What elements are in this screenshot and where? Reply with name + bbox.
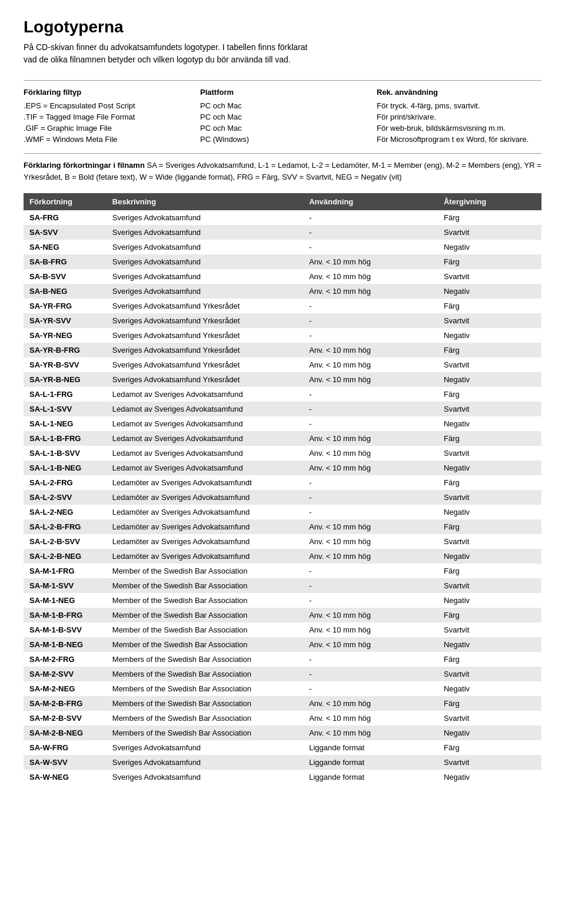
cell-atergivning-32: Negativ	[438, 681, 541, 696]
cell-beskrivning-25: Member of the Swedish Bar Association	[107, 578, 303, 593]
info-row-3-col1: .WMF = Windows Meta File	[24, 135, 188, 144]
cell-atergivning-20: Negativ	[438, 505, 541, 519]
cell-forkortning-17: SA-L-1-B-NEG	[24, 461, 107, 475]
table-row: SA-M-1-B-SVVMember of the Swedish Bar As…	[24, 622, 541, 637]
cell-anvandning-5: Anv. < 10 mm hög	[303, 284, 438, 299]
cell-forkortning-11: SA-YR-B-NEG	[24, 372, 107, 387]
cell-atergivning-9: Färg	[438, 343, 541, 357]
cell-beskrivning-5: Sveriges Advokatsamfund	[107, 284, 303, 299]
cell-atergivning-17: Negativ	[438, 461, 541, 475]
cell-beskrivning-17: Ledamot av Sveriges Advokatsamfund	[107, 461, 303, 475]
cell-forkortning-5: SA-B-NEG	[24, 284, 107, 299]
table-row: SA-M-1-FRGMember of the Swedish Bar Asso…	[24, 564, 541, 578]
info-col-header-2: Rek. användning	[377, 88, 541, 97]
cell-forkortning-29: SA-M-1-B-NEG	[24, 637, 107, 652]
cell-anvandning-21: Anv. < 10 mm hög	[303, 519, 438, 534]
cell-anvandning-31: -	[303, 667, 438, 681]
table-row: SA-W-SVVSveriges AdvokatsamfundLiggande …	[24, 755, 541, 770]
info-row-2-col2: PC och Mac	[200, 124, 365, 133]
cell-forkortning-9: SA-YR-B-FRG	[24, 343, 107, 357]
cell-forkortning-15: SA-L-1-B-FRG	[24, 431, 107, 446]
page-subtitle: På CD-skivan finner du advokatsamfundets…	[24, 41, 541, 66]
cell-anvandning-30: -	[303, 652, 438, 667]
cell-forkortning-0: SA-FRG	[24, 210, 107, 225]
cell-atergivning-29: Negativ	[438, 637, 541, 652]
cell-anvandning-2: -	[303, 240, 438, 254]
cell-anvandning-34: Anv. < 10 mm hög	[303, 711, 438, 726]
info-row-0-col2: PC och Mac	[200, 101, 365, 110]
page-title: Logotyperna	[24, 18, 541, 37]
cell-forkortning-12: SA-L-1-FRG	[24, 387, 107, 402]
table-row: SA-L-2-B-FRGLedamöter av Sveriges Advoka…	[24, 519, 541, 534]
cell-anvandning-14: -	[303, 416, 438, 431]
cell-anvandning-23: Anv. < 10 mm hög	[303, 549, 438, 564]
cell-anvandning-6: -	[303, 299, 438, 313]
cell-forkortning-37: SA-W-SVV	[24, 755, 107, 770]
cell-beskrivning-18: Ledamöter av Sveriges Advokatsamfundt	[107, 475, 303, 490]
cell-atergivning-14: Negativ	[438, 416, 541, 431]
header-beskrivning: Beskrivning	[107, 193, 303, 210]
cell-atergivning-24: Färg	[438, 564, 541, 578]
cell-anvandning-7: -	[303, 313, 438, 328]
cell-beskrivning-30: Members of the Swedish Bar Association	[107, 652, 303, 667]
cell-anvandning-27: Anv. < 10 mm hög	[303, 608, 438, 622]
table-row: SA-YR-SVVSveriges Advokatsamfund Yrkesrå…	[24, 313, 541, 328]
cell-forkortning-33: SA-M-2-B-FRG	[24, 696, 107, 711]
cell-beskrivning-12: Ledamot av Sveriges Advokatsamfund	[107, 387, 303, 402]
cell-anvandning-17: Anv. < 10 mm hög	[303, 461, 438, 475]
cell-anvandning-8: -	[303, 328, 438, 343]
cell-atergivning-23: Negativ	[438, 549, 541, 564]
table-row: SA-M-2-B-FRGMembers of the Swedish Bar A…	[24, 696, 541, 711]
cell-forkortning-22: SA-L-2-B-SVV	[24, 534, 107, 549]
cell-forkortning-27: SA-M-1-B-FRG	[24, 608, 107, 622]
cell-atergivning-31: Svartvit	[438, 667, 541, 681]
cell-atergivning-27: Färg	[438, 608, 541, 622]
cell-atergivning-3: Färg	[438, 254, 541, 269]
cell-anvandning-38: Liggande format	[303, 770, 438, 784]
info-col-header-0: Förklaring filtyp	[24, 88, 188, 97]
cell-beskrivning-8: Sveriges Advokatsamfund Yrkesrådet	[107, 328, 303, 343]
cell-anvandning-36: Liggande format	[303, 740, 438, 755]
cell-atergivning-26: Negativ	[438, 593, 541, 608]
cell-forkortning-38: SA-W-NEG	[24, 770, 107, 784]
cell-atergivning-5: Negativ	[438, 284, 541, 299]
table-row: SA-M-1-NEGMember of the Swedish Bar Asso…	[24, 593, 541, 608]
table-row: SA-M-2-FRGMembers of the Swedish Bar Ass…	[24, 652, 541, 667]
info-row-1-col3: För print/skrivare.	[377, 112, 541, 121]
table-row: SA-L-2-NEGLedamöter av Sveriges Advokats…	[24, 505, 541, 519]
cell-atergivning-15: Färg	[438, 431, 541, 446]
table-row: SA-NEGSveriges Advokatsamfund-Negativ	[24, 240, 541, 254]
cell-beskrivning-22: Ledamöter av Sveriges Advokatsamfund	[107, 534, 303, 549]
cell-forkortning-16: SA-L-1-B-SVV	[24, 446, 107, 461]
cell-forkortning-18: SA-L-2-FRG	[24, 475, 107, 490]
cell-atergivning-6: Färg	[438, 299, 541, 313]
cell-atergivning-11: Negativ	[438, 372, 541, 387]
cell-beskrivning-16: Ledamot av Sveriges Advokatsamfund	[107, 446, 303, 461]
cell-anvandning-15: Anv. < 10 mm hög	[303, 431, 438, 446]
info-row-0-col3: För tryck. 4-färg, pms, svartvit.	[377, 101, 541, 110]
table-row: SA-SVVSveriges Advokatsamfund-Svartvit	[24, 225, 541, 240]
cell-beskrivning-3: Sveriges Advokatsamfund	[107, 254, 303, 269]
table-row: SA-M-1-B-NEGMember of the Swedish Bar As…	[24, 637, 541, 652]
cell-atergivning-38: Negativ	[438, 770, 541, 784]
info-row-1-col2: PC och Mac	[200, 112, 365, 121]
cell-forkortning-3: SA-B-FRG	[24, 254, 107, 269]
cell-forkortning-34: SA-M-2-B-SVV	[24, 711, 107, 726]
table-row: SA-L-1-B-FRGLedamot av Sveriges Advokats…	[24, 431, 541, 446]
cell-beskrivning-14: Ledamot av Sveriges Advokatsamfund	[107, 416, 303, 431]
cell-beskrivning-9: Sveriges Advokatsamfund Yrkesrådet	[107, 343, 303, 357]
cell-atergivning-4: Svartvit	[438, 269, 541, 284]
table-row: SA-M-1-B-FRGMember of the Swedish Bar As…	[24, 608, 541, 622]
cell-forkortning-20: SA-L-2-NEG	[24, 505, 107, 519]
cell-forkortning-10: SA-YR-B-SVV	[24, 357, 107, 372]
cell-anvandning-20: -	[303, 505, 438, 519]
cell-forkortning-26: SA-M-1-NEG	[24, 593, 107, 608]
info-row-1-col1: .TIF = Tagged Image File Format	[24, 112, 188, 121]
cell-atergivning-34: Svartvit	[438, 711, 541, 726]
cell-beskrivning-21: Ledamöter av Sveriges Advokatsamfund	[107, 519, 303, 534]
cell-forkortning-7: SA-YR-SVV	[24, 313, 107, 328]
table-row: SA-M-2-NEGMembers of the Swedish Bar Ass…	[24, 681, 541, 696]
cell-atergivning-1: Svartvit	[438, 225, 541, 240]
cell-beskrivning-38: Sveriges Advokatsamfund	[107, 770, 303, 784]
table-row: SA-W-FRGSveriges AdvokatsamfundLiggande …	[24, 740, 541, 755]
